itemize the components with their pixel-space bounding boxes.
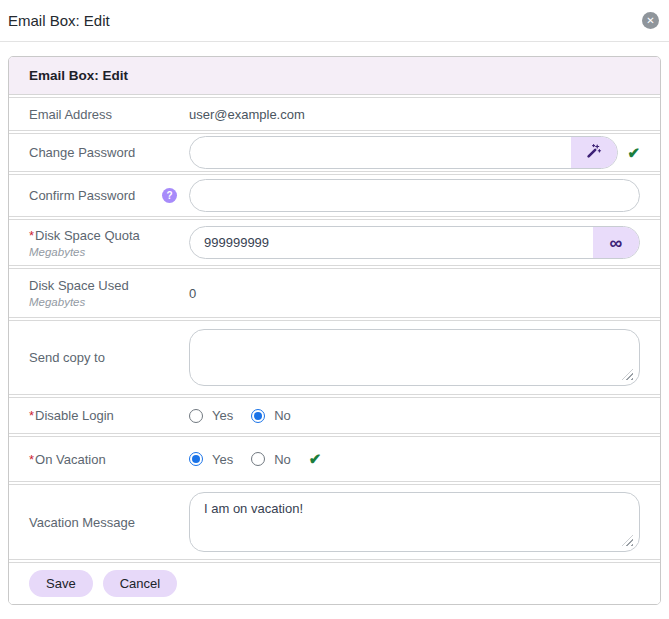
generate-password-button[interactable]: [571, 137, 617, 168]
email-box-edit-card: Email Box: Edit Email Address user@examp…: [8, 56, 661, 605]
required-asterisk: *: [29, 452, 34, 467]
vacation-message-textarea[interactable]: I am on vacation!: [189, 492, 640, 552]
row-change-password: Change Password ✔: [9, 133, 660, 172]
titlebar-divider: [0, 41, 669, 42]
cancel-button[interactable]: Cancel: [103, 570, 177, 597]
disk-space-quota-input[interactable]: [190, 227, 593, 258]
send-copy-to-label: Send copy to: [29, 350, 189, 365]
window-title: Email Box: Edit: [8, 12, 110, 29]
confirm-password-label: Confirm Password: [29, 188, 135, 203]
row-disk-space-quota: *Disk Space Quota Megabytes ∞: [9, 219, 660, 266]
magic-wand-icon: [586, 143, 602, 162]
password-valid-check-icon: ✔: [627, 144, 640, 162]
on-vacation-yes-option[interactable]: Yes: [189, 452, 233, 467]
change-password-label: Change Password: [29, 145, 189, 160]
infinity-icon: ∞: [610, 234, 623, 252]
disable-login-yes-label: Yes: [212, 408, 233, 423]
send-copy-to-wrap: [189, 329, 640, 386]
email-address-label: Email Address: [29, 107, 189, 122]
card-footer: Save Cancel: [9, 562, 660, 604]
help-icon[interactable]: ?: [162, 188, 177, 203]
disk-space-used-label: Disk Space Used: [29, 278, 129, 293]
row-send-copy-to: Send copy to: [9, 320, 660, 395]
unlimited-quota-button[interactable]: ∞: [593, 227, 639, 258]
disk-space-used-value: 0: [189, 286, 196, 301]
save-button[interactable]: Save: [29, 570, 93, 597]
disable-login-label: *Disable Login: [29, 408, 114, 423]
radio-unselected-icon[interactable]: [251, 452, 265, 466]
change-password-input[interactable]: [190, 137, 571, 168]
disable-login-yes-option[interactable]: Yes: [189, 408, 233, 423]
send-copy-to-textarea[interactable]: [189, 329, 640, 386]
window-titlebar: Email Box: Edit ✕: [0, 0, 669, 41]
row-email-address: Email Address user@example.com: [9, 97, 660, 131]
disk-space-quota-label: *Disk Space Quota: [29, 228, 140, 243]
on-vacation-label: *On Vacation: [29, 452, 106, 467]
close-icon[interactable]: ✕: [642, 12, 659, 29]
radio-selected-icon[interactable]: [189, 452, 203, 466]
row-vacation-message: Vacation Message I am on vacation!: [9, 484, 660, 560]
disk-space-quota-input-group: ∞: [189, 226, 640, 259]
email-address-value: user@example.com: [189, 107, 305, 122]
radio-selected-icon[interactable]: [251, 409, 265, 423]
card-header-title: Email Box: Edit: [9, 57, 660, 95]
radio-unselected-icon[interactable]: [189, 409, 203, 423]
row-disable-login: *Disable Login Yes No: [9, 397, 660, 434]
row-on-vacation: *On Vacation Yes No ✔: [9, 436, 660, 482]
confirm-password-input[interactable]: [189, 179, 640, 212]
on-vacation-yes-label: Yes: [212, 452, 233, 467]
on-vacation-no-label: No: [274, 452, 291, 467]
on-vacation-no-option[interactable]: No: [251, 452, 291, 467]
disk-space-used-unit: Megabytes: [29, 296, 129, 308]
disk-space-quota-unit: Megabytes: [29, 246, 140, 258]
required-asterisk: *: [29, 228, 34, 243]
disable-login-no-label: No: [274, 408, 291, 423]
on-vacation-valid-check-icon: ✔: [309, 450, 322, 468]
row-disk-space-used: Disk Space Used Megabytes 0: [9, 268, 660, 318]
change-password-input-group: [189, 136, 618, 169]
row-confirm-password: Confirm Password ?: [9, 174, 660, 217]
vacation-message-label: Vacation Message: [29, 515, 189, 530]
vacation-message-wrap: I am on vacation!: [189, 492, 640, 552]
required-asterisk: *: [29, 408, 34, 423]
disable-login-no-option[interactable]: No: [251, 408, 291, 423]
